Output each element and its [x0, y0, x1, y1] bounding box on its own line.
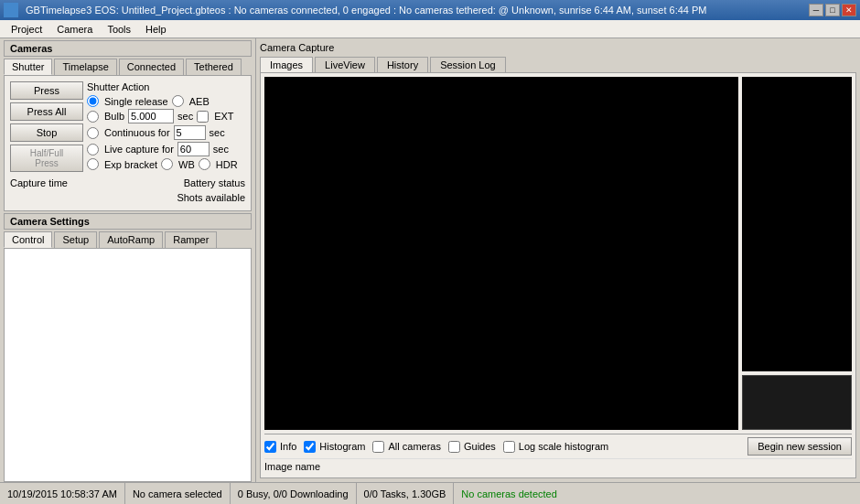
menu-bar: Project Camera Tools Help [0, 20, 860, 38]
single-release-label: Single release [104, 96, 168, 107]
radio-single-release-input[interactable] [87, 95, 99, 107]
tab-setup[interactable]: Setup [54, 231, 97, 248]
all-cameras-check-label[interactable]: All cameras [372, 441, 440, 453]
tab-timelapse[interactable]: Timelapse [54, 59, 116, 75]
radio-exp-bracket-input[interactable] [87, 158, 99, 170]
app-icon [4, 3, 18, 17]
tab-images[interactable]: Images [260, 57, 313, 72]
minimize-button[interactable]: ─ [809, 4, 823, 16]
maximize-button[interactable]: □ [825, 4, 840, 16]
ext-label: EXT [214, 111, 233, 122]
shots-available-label: Shots available [177, 192, 245, 203]
aeb-label: AEB [189, 96, 210, 107]
radio-aeb-input[interactable] [172, 95, 184, 107]
bulb-value-input[interactable] [128, 109, 174, 123]
cameras-section-header: Cameras [4, 40, 252, 57]
log-scale-check-label[interactable]: Log scale histogram [503, 441, 608, 453]
press-button[interactable]: Press [10, 81, 83, 100]
guides-check-label[interactable]: Guides [448, 441, 496, 453]
all-cameras-checkbox[interactable] [372, 441, 384, 453]
status-tasks: 0/0 Tasks, 1.30GB [357, 483, 455, 504]
radio-single-release: Single release AEB [87, 95, 245, 107]
tab-history[interactable]: History [377, 57, 428, 72]
exp-bracket-label: Exp bracket [104, 159, 157, 170]
settings-tab-bar: Control Setup AutoRamp Ramper [0, 230, 255, 248]
info-checkbox[interactable] [264, 441, 276, 453]
radio-hdr-input[interactable] [199, 158, 210, 170]
shots-row: Shots available [10, 190, 245, 205]
histogram-check-label[interactable]: Histogram [304, 441, 365, 453]
right-panel: Camera Capture Images LiveView History S… [256, 38, 860, 482]
guides-label: Guides [464, 441, 496, 452]
status-datetime: 10/19/2015 10:58:37 AM [0, 483, 125, 504]
radio-live-capture-input[interactable] [87, 144, 99, 155]
press-all-button[interactable]: Press All [10, 102, 83, 121]
menu-tools[interactable]: Tools [100, 22, 138, 37]
tab-ramper[interactable]: Ramper [165, 231, 217, 248]
menu-help[interactable]: Help [138, 22, 174, 37]
histogram-label: Histogram [319, 441, 365, 452]
capture-time-row: Capture time Battery status [10, 176, 245, 190]
info-check-label[interactable]: Info [264, 441, 296, 453]
bulb-unit: sec [177, 111, 193, 122]
camera-settings-header: Camera Settings [4, 213, 252, 230]
log-scale-checkbox[interactable] [503, 441, 515, 453]
half-full-button[interactable]: Half/Full Press [10, 145, 83, 172]
tab-autoramp[interactable]: AutoRamp [99, 231, 163, 248]
menu-project[interactable]: Project [4, 22, 49, 37]
radio-bulb: Bulb sec EXT [87, 109, 245, 123]
live-capture-unit: sec [213, 144, 229, 155]
battery-status-label: Battery status [184, 177, 245, 188]
histogram-checkbox[interactable] [304, 441, 316, 453]
shutter-panel: Press Press All Stop Half/Full Press Shu… [4, 75, 252, 211]
begin-session-button[interactable]: Begin new session [747, 437, 852, 456]
radio-wb-input[interactable] [161, 158, 173, 170]
status-busy: 0 Busy, 0/0 Downloading [231, 483, 357, 504]
close-button[interactable]: ✕ [842, 4, 856, 16]
tab-control[interactable]: Control [4, 231, 52, 248]
status-camera-detected: No cameras detected [454, 483, 564, 504]
tab-liveview[interactable]: LiveView [315, 57, 375, 72]
tab-session-log[interactable]: Session Log [430, 57, 506, 72]
hdr-label: HDR [216, 159, 238, 170]
menu-camera[interactable]: Camera [49, 22, 100, 37]
ext-checkbox[interactable] [197, 111, 209, 123]
guides-checkbox[interactable] [448, 441, 460, 453]
camera-settings-section: Camera Settings Control Setup AutoRamp R… [0, 211, 255, 482]
bulb-label: Bulb [104, 111, 124, 122]
title-bar: GBTimelapse3 EOS: Untitled_Project.gbteo… [0, 0, 860, 20]
status-bar: 10/19/2015 10:58:37 AM No camera selecte… [0, 482, 860, 504]
main-content: Cameras Shutter Timelapse Connected Teth… [0, 38, 860, 482]
live-capture-value-input[interactable] [177, 142, 210, 156]
shutter-tab-bar: Shutter Timelapse Connected Tethered [0, 57, 255, 75]
shutter-action-title: Shutter Action [87, 81, 245, 92]
title-text: GBTimelapse3 EOS: Untitled_Project.gbteo… [22, 5, 809, 16]
all-cameras-label: All cameras [388, 441, 440, 452]
side-image-bottom [742, 375, 852, 430]
image-name-label: Image name [264, 461, 320, 472]
capture-tab-bar: Images LiveView History Session Log [260, 57, 856, 72]
window-controls: ─ □ ✕ [809, 4, 856, 16]
radio-exp-bracket: Exp bracket WB HDR [87, 158, 245, 170]
tab-connected[interactable]: Connected [119, 59, 184, 75]
left-panel: Cameras Shutter Timelapse Connected Teth… [0, 38, 256, 482]
tab-shutter[interactable]: Shutter [4, 59, 52, 75]
side-image-top [742, 77, 852, 371]
radio-live-capture: Live capture for sec [87, 142, 245, 156]
side-image-panel [742, 77, 852, 430]
capture-time-label: Capture time [10, 177, 68, 188]
camera-capture-header: Camera Capture [260, 42, 856, 53]
image-name-row: Image name [264, 458, 852, 474]
image-display-area [264, 77, 852, 430]
live-capture-label: Live capture for [104, 144, 174, 155]
settings-content-area [4, 248, 252, 482]
main-image-view [264, 77, 738, 430]
radio-bulb-input[interactable] [87, 111, 99, 123]
stop-button[interactable]: Stop [10, 123, 83, 142]
tab-tethered[interactable]: Tethered [186, 59, 242, 75]
continuous-unit: sec [210, 127, 225, 138]
bottom-controls: Info Histogram All cameras Guides Log sc… [264, 434, 852, 458]
continuous-value-input[interactable] [174, 125, 206, 140]
radio-continuous-input[interactable] [87, 127, 99, 139]
log-scale-label: Log scale histogram [519, 441, 608, 452]
